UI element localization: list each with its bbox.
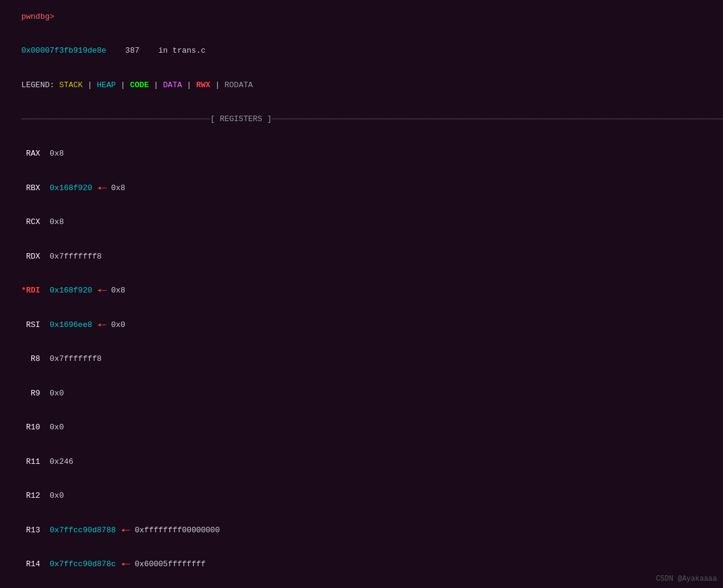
reg-r9: R9 0x0 [0, 377, 723, 411]
header-line1: 0x00007f3fb919de8e 387 in trans.c [0, 35, 723, 69]
reg-r14: R14 0x7ffcc90d878c ◂— 0x60005ffffffff [0, 548, 723, 583]
reg-rcx: RCX 0x8 [0, 205, 723, 240]
reg-r8: R8 0x7fffffff8 [0, 342, 723, 377]
reg-r12: R12 0x0 [0, 479, 723, 514]
reg-rsi: RSI 0x1696ee8 ◂— 0x0 [0, 308, 723, 343]
reg-r15: R15 0x168bd50 —▶ 0x168f920 ◂— 0x8 [0, 582, 723, 588]
reg-rdx: RDX 0x7fffffff8 [0, 240, 723, 274]
reg-r11: R11 0x246 [0, 445, 723, 480]
reg-rax: RAX 0x8 [0, 137, 723, 171]
prompt-line: pwndbg> [0, 0, 723, 35]
terminal-window: pwndbg> 0x00007f3fb919de8e 387 in trans.… [0, 0, 723, 588]
watermark: CSDN @Ayakaaaa [656, 575, 717, 583]
reg-rbx: RBX 0x168f920 ◂— 0x8 [0, 171, 723, 206]
reg-rdi: *RDI 0x168f920 ◂— 0x8 [0, 274, 723, 308]
prompt: pwndbg> [21, 12, 54, 21]
legend-line: LEGEND: STACK | HEAP | CODE | DATA | RWX… [0, 68, 723, 103]
reg-r10: R10 0x0 [0, 411, 723, 445]
registers-header: ────────────────────────────────────────… [0, 103, 723, 137]
reg-r13: R13 0x7ffcc90d8788 ◂— 0xffffffff00000000 [0, 514, 723, 548]
